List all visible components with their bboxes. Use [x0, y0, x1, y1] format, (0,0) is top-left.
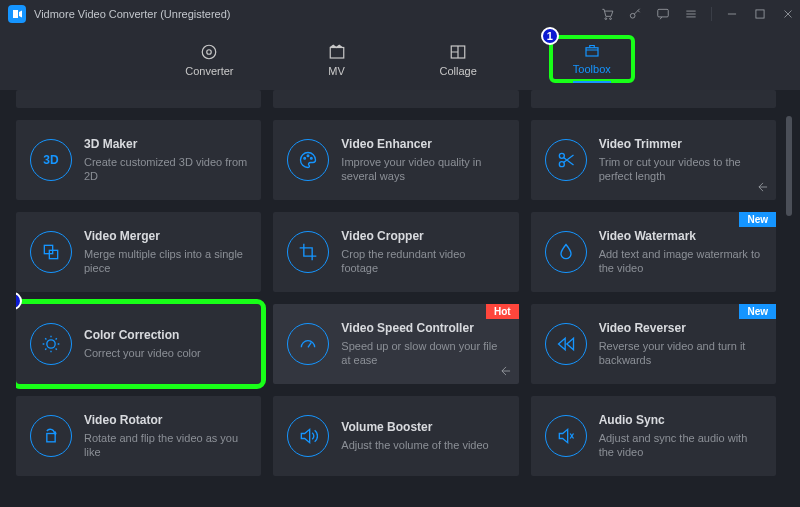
menu-icon[interactable]	[683, 6, 699, 22]
nav-label: Converter	[185, 65, 233, 77]
titlebar: Vidmore Video Converter (Unregistered)	[0, 0, 800, 28]
svg-point-10	[304, 158, 306, 160]
tool-title: Video Reverser	[599, 321, 762, 335]
scroll-area: 3D 3D Maker Create customized 3D video f…	[16, 90, 776, 507]
tool-title: 3D Maker	[84, 137, 247, 151]
nav-toolbox[interactable]: 1 Toolbox	[549, 35, 635, 83]
tool-video-cropper[interactable]: Video Cropper Crop the redundant video f…	[273, 212, 518, 292]
tool-title: Video Merger	[84, 229, 247, 243]
palette-icon	[287, 139, 329, 181]
tool-desc: Speed up or slow down your file at ease	[341, 339, 504, 368]
svg-rect-15	[44, 245, 52, 253]
tool-audio-sync[interactable]: Audio Sync Adjust and sync the audio wit…	[531, 396, 776, 476]
close-button[interactable]	[780, 6, 796, 22]
nav-label: MV	[328, 65, 345, 77]
tool-title: Video Enhancer	[341, 137, 504, 151]
new-badge: New	[739, 212, 776, 227]
tool-3d-maker[interactable]: 3D 3D Maker Create customized 3D video f…	[16, 120, 261, 200]
tool-card-stub[interactable]	[16, 90, 261, 108]
tool-video-reverser[interactable]: New Video Reverser Reverse your video an…	[531, 304, 776, 384]
svg-point-12	[311, 158, 313, 160]
tool-desc: Adjust and sync the audio with the video	[599, 431, 762, 460]
tool-video-watermark[interactable]: New Video Watermark Add text and image w…	[531, 212, 776, 292]
tool-desc: Crop the redundant video footage	[341, 247, 504, 276]
scissors-icon	[545, 139, 587, 181]
toolbox-content: 3D 3D Maker Create customized 3D video f…	[0, 90, 800, 507]
tool-video-merger[interactable]: Video Merger Merge multiple clips into a…	[16, 212, 261, 292]
tool-desc: Add text and image watermark to the vide…	[599, 247, 762, 276]
svg-rect-7	[330, 48, 344, 59]
callout-2: 2	[16, 292, 22, 310]
tool-title: Audio Sync	[599, 413, 762, 427]
tool-title: Video Trimmer	[599, 137, 762, 151]
window-controls	[599, 0, 796, 28]
tool-color-correction[interactable]: 2 Color Correction Correct your video co…	[16, 304, 261, 384]
tool-desc: Improve your video quality in several wa…	[341, 155, 504, 184]
nav-mv[interactable]: MV	[306, 37, 368, 81]
key-icon[interactable]	[627, 6, 643, 22]
tool-video-speed[interactable]: Hot Video Speed Controller Speed up or s…	[273, 304, 518, 384]
merge-icon	[30, 231, 72, 273]
pin-icon[interactable]	[499, 364, 513, 378]
callout-1: 1	[541, 27, 559, 45]
maximize-button[interactable]	[752, 6, 768, 22]
tool-desc: Correct your video color	[84, 346, 201, 360]
nav-label: Toolbox	[573, 63, 611, 75]
nav-label: Collage	[440, 65, 477, 77]
droplet-icon	[545, 231, 587, 273]
svg-rect-9	[586, 48, 598, 56]
crop-icon	[287, 231, 329, 273]
sun-icon	[30, 323, 72, 365]
rotate-icon	[30, 415, 72, 457]
svg-point-5	[203, 45, 217, 59]
gauge-icon	[287, 323, 329, 365]
tool-desc: Adjust the volume of the video	[341, 438, 488, 452]
app-icon	[8, 5, 26, 23]
volume-icon	[287, 415, 329, 457]
hot-badge: Hot	[486, 304, 519, 319]
tool-volume-booster[interactable]: Volume Booster Adjust the volume of the …	[273, 396, 518, 476]
tool-video-trimmer[interactable]: Video Trimmer Trim or cut your videos to…	[531, 120, 776, 200]
svg-rect-16	[49, 250, 57, 258]
svg-point-6	[207, 50, 212, 55]
tool-title: Video Rotator	[84, 413, 247, 427]
tool-card-stub[interactable]	[273, 90, 518, 108]
tool-title: Video Cropper	[341, 229, 504, 243]
divider	[711, 7, 712, 21]
svg-point-17	[47, 340, 55, 348]
svg-point-1	[610, 18, 612, 20]
tool-title: Video Speed Controller	[341, 321, 504, 335]
tool-desc: Merge multiple clips into a single piece	[84, 247, 247, 276]
svg-rect-18	[47, 434, 55, 442]
svg-rect-4	[756, 10, 764, 18]
nav-collage[interactable]: Collage	[420, 37, 497, 81]
tool-video-rotator[interactable]: Video Rotator Rotate and flip the video …	[16, 396, 261, 476]
svg-point-11	[307, 155, 309, 157]
feedback-icon[interactable]	[655, 6, 671, 22]
tool-video-enhancer[interactable]: Video Enhancer Improve your video qualit…	[273, 120, 518, 200]
new-badge: New	[739, 304, 776, 319]
tool-desc: Create customized 3D video from 2D	[84, 155, 247, 184]
minimize-button[interactable]	[724, 6, 740, 22]
rewind-icon	[545, 323, 587, 365]
tool-title: Volume Booster	[341, 420, 488, 434]
tool-title: Color Correction	[84, 328, 201, 342]
tool-card-stub[interactable]	[531, 90, 776, 108]
audio-sync-icon	[545, 415, 587, 457]
app-title: Vidmore Video Converter (Unregistered)	[34, 8, 230, 20]
tool-desc: Reverse your video and turn it backwards	[599, 339, 762, 368]
svg-point-0	[605, 18, 607, 20]
nav-converter[interactable]: Converter	[165, 37, 253, 81]
main-nav: Converter MV Collage 1 Toolbox	[0, 28, 800, 90]
3d-icon: 3D	[30, 139, 72, 181]
tool-title: Video Watermark	[599, 229, 762, 243]
cart-icon[interactable]	[599, 6, 615, 22]
pin-icon[interactable]	[756, 180, 770, 194]
tool-desc: Trim or cut your videos to the perfect l…	[599, 155, 762, 184]
svg-rect-3	[658, 9, 669, 17]
tool-desc: Rotate and flip the video as you like	[84, 431, 247, 460]
svg-point-2	[630, 13, 635, 18]
scrollbar[interactable]	[786, 116, 792, 216]
